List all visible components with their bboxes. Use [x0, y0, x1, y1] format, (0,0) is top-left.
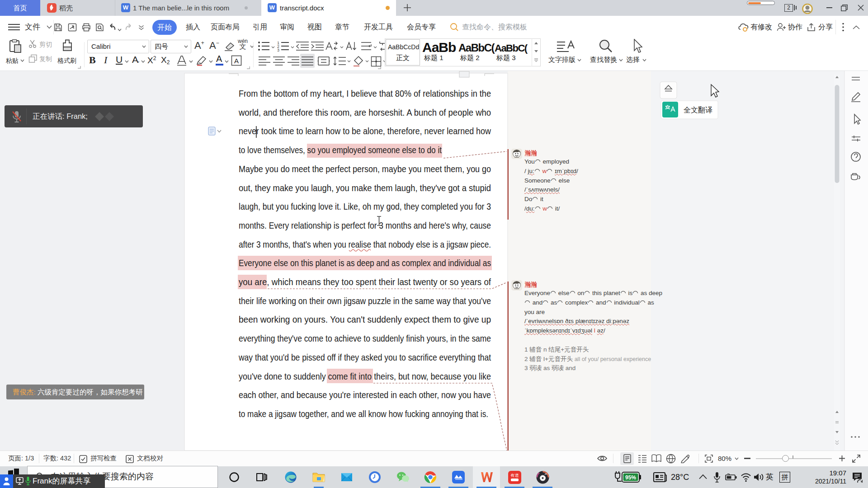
svg-text:their life working on their ow: their life working on their own jigsaw p… [239, 296, 491, 306]
svg-text:3: 3 [277, 48, 279, 52]
svg-text:you've done to suddenly come f: you've done to suddenly come fit into th… [239, 371, 491, 381]
svg-text:world, and therefore this roo: world, and therefore this room, are hors… [238, 107, 491, 117]
svg-text:95%: 95% [625, 474, 636, 481]
svg-text:out, they make you laugh, you: out, they make you laugh, you make them … [239, 183, 491, 193]
svg-text:to make a jigsaw together, and: to make a jigsaw together, and we all kn… [239, 408, 488, 419]
svg-text:全文翻译: 全文翻译 [684, 106, 712, 114]
svg-text:A: A [234, 57, 239, 65]
svg-text:way that you'd be pissed off i: way that you'd be pissed off if they ask… [238, 352, 491, 362]
svg-text:never took time to learn how t: never took time to learn how to be alone… [239, 126, 491, 136]
svg-text:after 3 months, that's when yo: after 3 months, that's when you realise … [239, 239, 491, 249]
svg-text:From the bottom of my heart, I: From the bottom of my heart, I believe t… [239, 88, 491, 99]
svg-text:each other, and because you're: each other, and because you're intereste… [239, 389, 491, 400]
svg-text:months. Every relationship is: months. Every relationship is perfect fo… [239, 220, 491, 230]
svg-text:Everyone else on this planet i: Everyone else on this planet is as deep … [239, 258, 491, 268]
svg-text:been working on yours. You can: been working on yours. You can't suddenl… [239, 314, 491, 324]
svg-text:有道: 有道 [510, 473, 519, 478]
svg-text:laugh, but you fucking love it: laugh, but you fucking love it. Like, oh… [239, 201, 491, 211]
svg-text:to love themselves, so you emp: to love themselves, so you employed some… [239, 145, 442, 155]
svg-text:Maybe you do meet the perfect: Maybe you do meet the perfect person, ma… [239, 164, 491, 174]
svg-text:you are, which means they too: you are, which means they too spent thei… [239, 277, 491, 287]
svg-text:everything they've come to ach: everything they've come to achieve to su… [239, 333, 491, 343]
